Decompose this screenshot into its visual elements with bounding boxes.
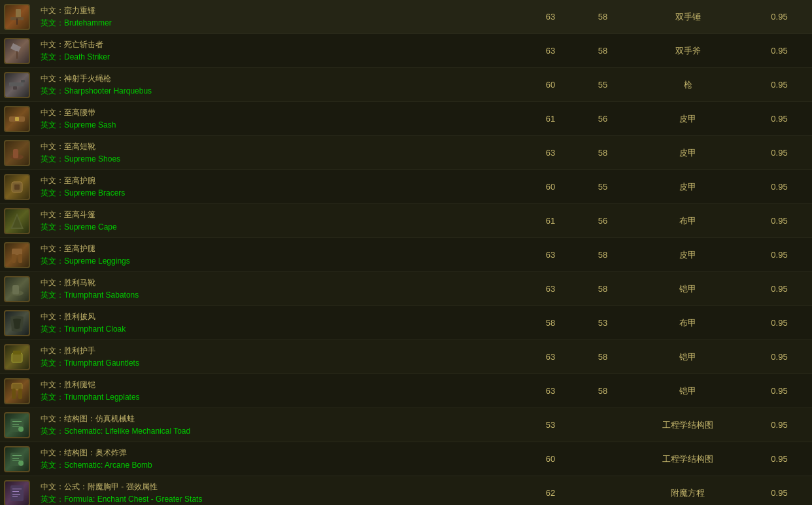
item-value: 0.95 — [747, 46, 812, 56]
item-type: 布甲 — [629, 317, 747, 329]
table-row[interactable]: 中文：至高斗篷英文：Supreme Cape6156布甲0.95 — [0, 204, 812, 238]
item-level1: 61 — [524, 216, 577, 226]
table-row[interactable]: 中文：死亡斩击者英文：Death Striker6358双手斧0.95 — [0, 34, 812, 68]
item-level2: 58 — [577, 12, 629, 22]
item-type: 布甲 — [629, 215, 747, 227]
item-value: 0.95 — [747, 386, 812, 396]
item-name-en: 英文：Supreme Cape — [41, 222, 518, 233]
item-name-en: 英文：Brutehammer — [41, 18, 518, 29]
col-icon — [0, 1, 34, 33]
svg-rect-29 — [12, 427, 20, 427]
col-icon — [0, 205, 34, 237]
table-row[interactable]: 中文：胜利护手英文：Triumphant Gauntlets6358铠甲0.95 — [0, 340, 812, 374]
svg-rect-25 — [18, 389, 22, 399]
item-icon-triumphant-sabatons — [4, 276, 30, 302]
item-type: 工程学结构图 — [629, 453, 747, 465]
item-value: 0.95 — [747, 216, 812, 226]
svg-rect-6 — [21, 80, 25, 82]
svg-marker-3 — [10, 43, 21, 52]
col-name: 中文：结构图：奥术炸弹英文：Schematic: Arcane Bomb — [34, 444, 524, 475]
col-name: 中文：结构图：仿真机械蛙英文：Schematic: Lifelike Mecha… — [34, 409, 524, 441]
item-level2: 58 — [577, 148, 629, 158]
table-row[interactable]: 中文：至高护腿英文：Supreme Leggings6358皮甲0.95 — [0, 238, 812, 272]
item-icon-brutehammer — [4, 4, 30, 30]
item-level1: 62 — [524, 488, 577, 498]
item-icon-supreme-sash — [4, 106, 30, 132]
col-icon — [0, 341, 34, 373]
item-type: 工程学结构图 — [629, 419, 747, 431]
item-name-en: 英文：Supreme Bracers — [41, 188, 518, 199]
item-name-en: 英文：Supreme Shoes — [41, 154, 518, 165]
item-value: 0.95 — [747, 148, 812, 158]
svg-point-35 — [18, 461, 24, 466]
item-name-cn: 中文：至高护腕 — [41, 175, 518, 186]
item-type: 皮甲 — [629, 181, 747, 193]
item-name-en: 英文：Triumphant Gauntlets — [41, 358, 518, 369]
item-type: 铠甲 — [629, 283, 747, 295]
col-icon — [0, 69, 34, 101]
col-name: 中文：胜利马靴英文：Triumphant Sabatons — [34, 273, 524, 305]
table-row[interactable]: 中文：结构图：仿真机械蛙英文：Schematic: Lifelike Mecha… — [0, 408, 812, 442]
col-name: 中文：死亡斩击者英文：Death Striker — [34, 35, 524, 67]
item-level2: 56 — [577, 216, 629, 226]
col-name: 中文：神射手火绳枪英文：Sharpshooter Harquebus — [34, 69, 524, 101]
item-icon-triumphant-legplates — [4, 378, 30, 404]
item-name-en: 英文：Triumphant Cloak — [41, 324, 518, 335]
svg-rect-17 — [12, 254, 16, 263]
col-name: 中文：至高腰带英文：Supreme Sash — [34, 103, 524, 135]
item-type: 双手锤 — [629, 11, 747, 23]
item-type: 皮甲 — [629, 147, 747, 159]
table-row[interactable]: 中文：胜利披风英文：Triumphant Cloak5853布甲0.95 — [0, 306, 812, 340]
item-level1: 60 — [524, 80, 577, 90]
table-row[interactable]: 中文：结构图：奥术炸弹英文：Schematic: Arcane Bomb60工程… — [0, 442, 812, 476]
col-icon — [0, 375, 34, 407]
item-value: 0.95 — [747, 352, 812, 362]
svg-rect-11 — [13, 149, 18, 158]
table-row[interactable]: 中文：至高短靴英文：Supreme Shoes6358皮甲0.95 — [0, 136, 812, 170]
item-name-en: 英文：Sharpshooter Harquebus — [41, 86, 518, 97]
item-name-en: 英文：Triumphant Legplates — [41, 392, 518, 403]
item-level1: 63 — [524, 250, 577, 260]
col-name: 中文：至高护腕英文：Supreme Bracers — [34, 171, 524, 203]
svg-rect-20 — [12, 285, 19, 294]
item-level1: 60 — [524, 454, 577, 464]
table-row[interactable]: 中文：胜利腿铠英文：Triumphant Legplates6358铠甲0.95 — [0, 374, 812, 408]
svg-rect-18 — [18, 254, 22, 263]
item-name-en: 英文：Death Striker — [41, 52, 518, 63]
item-value: 0.95 — [747, 12, 812, 22]
item-table: 中文：蛮力重锤英文：Brutehammer6358双手锤0.95中文：死亡斩击者… — [0, 0, 812, 505]
col-name: 中文：公式：附魔胸甲 - 强效属性英文：Formula: Enchant Che… — [34, 478, 524, 506]
item-name-en: 英文：Supreme Leggings — [41, 256, 518, 267]
table-row[interactable]: 中文：至高护腕英文：Supreme Bracers6055皮甲0.95 — [0, 170, 812, 204]
table-row[interactable]: 中文：至高腰带英文：Supreme Sash6156皮甲0.95 — [0, 102, 812, 136]
table-row[interactable]: 中文：蛮力重锤英文：Brutehammer6358双手锤0.95 — [0, 0, 812, 34]
svg-rect-39 — [12, 494, 20, 495]
item-type: 铠甲 — [629, 385, 747, 397]
item-level2: 56 — [577, 114, 629, 124]
item-icon-supreme-bracers — [4, 174, 30, 200]
svg-rect-37 — [12, 489, 22, 489]
svg-rect-22 — [13, 351, 21, 355]
item-level1: 60 — [524, 182, 577, 192]
item-value: 0.95 — [747, 488, 812, 498]
item-level1: 63 — [524, 12, 577, 22]
item-type: 枪 — [629, 79, 747, 91]
item-value: 0.95 — [747, 114, 812, 124]
item-name-cn: 中文：至高腰带 — [41, 107, 518, 118]
item-level1: 63 — [524, 352, 577, 362]
col-icon — [0, 137, 34, 169]
table-row[interactable]: 中文：公式：附魔胸甲 - 强效属性英文：Formula: Enchant Che… — [0, 476, 812, 505]
table-row[interactable]: 中文：神射手火绳枪英文：Sharpshooter Harquebus6055枪0… — [0, 68, 812, 102]
item-level2: 58 — [577, 386, 629, 396]
item-value: 0.95 — [747, 420, 812, 430]
item-icon-schematic-lifelike-mechanical-toad — [4, 412, 30, 438]
col-name: 中文：胜利腿铠英文：Triumphant Legplates — [34, 375, 524, 407]
item-type: 铠甲 — [629, 351, 747, 363]
item-level2: 58 — [577, 46, 629, 56]
table-row[interactable]: 中文：胜利马靴英文：Triumphant Sabatons6358铠甲0.95 — [0, 272, 812, 306]
item-name-cn: 中文：至高短靴 — [41, 141, 518, 152]
item-icon-sharpshooter-harquebus — [4, 72, 30, 98]
item-icon-death-striker — [4, 38, 30, 64]
item-icon-formula-enchant-chest-greater-stats — [4, 480, 30, 506]
item-type: 皮甲 — [629, 113, 747, 125]
